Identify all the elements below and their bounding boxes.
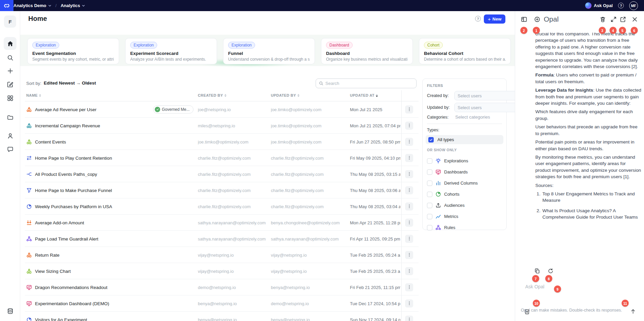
- row-menu-button[interactable]: [405, 202, 413, 211]
- row-menu-button[interactable]: [405, 219, 413, 227]
- template-card[interactable]: Cohort Behavioral Cohort Determine a coh…: [419, 38, 511, 64]
- sort-arrows-icon: [224, 94, 226, 97]
- row-menu-button[interactable]: [405, 138, 413, 146]
- trash-icon[interactable]: [600, 16, 606, 23]
- row-menu-button[interactable]: [405, 267, 413, 275]
- dots-vertical-icon: [407, 107, 412, 111]
- checkbox-empty-icon[interactable]: [427, 214, 432, 219]
- checkbox-empty-icon[interactable]: [427, 181, 432, 186]
- row-menu-button[interactable]: [405, 235, 413, 243]
- table-row[interactable]: Content Events joe.timko@optimizely.com …: [25, 134, 419, 150]
- expand-icon[interactable]: [610, 16, 617, 23]
- section-switcher[interactable]: Analytics: [61, 3, 85, 8]
- table-row[interactable]: Experimentation Dashboard (DEMO) benya@n…: [25, 295, 419, 312]
- row-menu-button[interactable]: [405, 283, 413, 291]
- governed-badge[interactable]: Governed Me...: [153, 105, 193, 114]
- checkbox-empty-icon[interactable]: [427, 225, 432, 230]
- table-header: NAME CREATED BY UPDATED BY UPDATED AT: [25, 90, 419, 101]
- send-icon[interactable]: [630, 309, 636, 315]
- table-row[interactable]: Home Page to Play Content Retention char…: [25, 150, 419, 166]
- type-filter-rules[interactable]: Rules: [427, 222, 502, 233]
- column-header-name[interactable]: NAME: [26, 93, 41, 97]
- template-card[interactable]: Exploration Event Segmentation Segment e…: [27, 38, 119, 64]
- created-by-select[interactable]: [454, 91, 520, 100]
- open-in-new-icon[interactable]: [620, 16, 627, 23]
- row-menu-button[interactable]: [405, 170, 413, 178]
- checkbox-empty-icon[interactable]: [427, 203, 432, 208]
- updated-by-select[interactable]: [454, 103, 520, 112]
- column-header-updated-by[interactable]: UPDATED BY: [271, 93, 299, 97]
- row-menu-button[interactable]: [405, 105, 413, 114]
- workspace-badge[interactable]: F: [4, 15, 16, 28]
- type-filter-cohorts[interactable]: Cohorts: [427, 189, 502, 200]
- type-filter-dashboards[interactable]: Dashboards: [427, 166, 502, 178]
- type-filter-metrics[interactable]: Metrics: [427, 211, 502, 222]
- chevron-down-icon[interactable]: [86, 82, 90, 85]
- sidebar-item-search[interactable]: [4, 51, 16, 64]
- row-menu-button[interactable]: [405, 299, 413, 308]
- template-card[interactable]: Dashboard Dashboard Organize key busines…: [321, 38, 413, 64]
- table-row[interactable]: Home Page to Make Purchase Funnel charli…: [25, 182, 419, 198]
- table-row[interactable]: Return Rate vijay@netspring.io vijay@net…: [25, 247, 419, 263]
- table-row[interactable]: Average Add-on Amount sathya.narayanan@o…: [25, 215, 419, 231]
- type-filter-label: Cohorts: [444, 192, 460, 197]
- opal-source-item[interactable]: What Is Product Usage Analytics? A Compr…: [542, 207, 642, 221]
- table-row[interactable]: Average Ad Revenue per User joe@netsprin…: [25, 101, 419, 118]
- segmentation-icon: [26, 139, 32, 145]
- checkbox-empty-icon[interactable]: [427, 169, 432, 175]
- column-header-updated-at[interactable]: UPDATED AT: [350, 93, 378, 97]
- copy-icon[interactable]: [534, 268, 540, 274]
- workspace-switcher[interactable]: Analytics Demo: [13, 3, 51, 8]
- row-menu-button[interactable]: [405, 316, 413, 321]
- checkbox-empty-icon[interactable]: [427, 158, 432, 164]
- row-menu-button[interactable]: [405, 251, 413, 259]
- table-row[interactable]: Dragon Recommendations Readout demo@nets…: [25, 279, 419, 295]
- avatar[interactable]: MF: [629, 1, 638, 10]
- audience-icon: [435, 202, 441, 208]
- new-chat-icon[interactable]: [534, 16, 541, 23]
- sidebar-item-chat[interactable]: [4, 143, 16, 156]
- row-type-icon: [26, 123, 32, 128]
- template-card[interactable]: Exploration Experiment Scorecard Analyze…: [125, 38, 217, 64]
- sidebar-item-plus[interactable]: [4, 64, 16, 77]
- help-icon[interactable]: ?: [618, 3, 624, 8]
- column-header-created-by[interactable]: CREATED BY: [198, 93, 226, 97]
- type-filter-label: Metrics: [444, 214, 458, 219]
- app-logo[interactable]: [0, 0, 13, 11]
- panel-toggle-icon[interactable]: [521, 16, 528, 23]
- checkbox-empty-icon[interactable]: [427, 192, 432, 197]
- sidebar-item-folder[interactable]: [4, 111, 16, 124]
- opal-orb-icon: [585, 2, 592, 9]
- sidebar-item-compose[interactable]: [4, 78, 16, 91]
- all-types-option[interactable]: All types: [426, 135, 503, 144]
- type-filter-audiences[interactable]: Audiences: [427, 200, 502, 211]
- type-filter-derived-columns[interactable]: Derived Columns: [427, 178, 502, 189]
- table-row[interactable]: All Product Events Paths_copy charlie.fi…: [25, 166, 419, 182]
- page-help-icon[interactable]: ?: [475, 16, 481, 22]
- ask-opal-button[interactable]: Ask Opal: [585, 2, 613, 9]
- table-row[interactable]: Page Load Time Guardrail Alert sathya.na…: [25, 231, 419, 247]
- checkbox-checked-icon[interactable]: [428, 137, 434, 142]
- row-menu-button[interactable]: [405, 154, 413, 162]
- home-icon: [7, 40, 13, 47]
- type-filter-explorations[interactable]: Explorations: [427, 155, 502, 166]
- sidebar-item-blocks[interactable]: [4, 92, 16, 104]
- new-button[interactable]: + New: [484, 14, 505, 24]
- ask-opal-input[interactable]: Ask Opal: [525, 284, 636, 289]
- table-row[interactable]: View Sizing Chart vijay@netspring.io vij…: [25, 263, 419, 279]
- table-row[interactable]: Incremental Campaign Revenue miles@netsp…: [25, 118, 419, 134]
- table-row[interactable]: Weekly Purchases by Platform in USA char…: [25, 198, 419, 215]
- search-input[interactable]: [325, 81, 413, 86]
- sidebar-item-person[interactable]: [4, 129, 16, 142]
- regenerate-icon[interactable]: [548, 268, 554, 274]
- row-menu-button[interactable]: [405, 186, 413, 194]
- close-icon[interactable]: [632, 16, 638, 23]
- sidebar-item-database[interactable]: [4, 304, 16, 317]
- row-name: Average Add-on Amount: [35, 220, 84, 225]
- table-row[interactable]: Visitors for An Experiment benya@netspri…: [25, 312, 419, 321]
- sidebar-item-home[interactable]: [4, 37, 16, 50]
- categories-select[interactable]: Select categories: [454, 115, 490, 120]
- template-card[interactable]: Exploration Funnel Understand conversion…: [223, 38, 315, 64]
- row-menu-button[interactable]: [405, 122, 413, 130]
- opal-source-item[interactable]: Top 8 User Engagement Metrics to Track a…: [542, 191, 642, 204]
